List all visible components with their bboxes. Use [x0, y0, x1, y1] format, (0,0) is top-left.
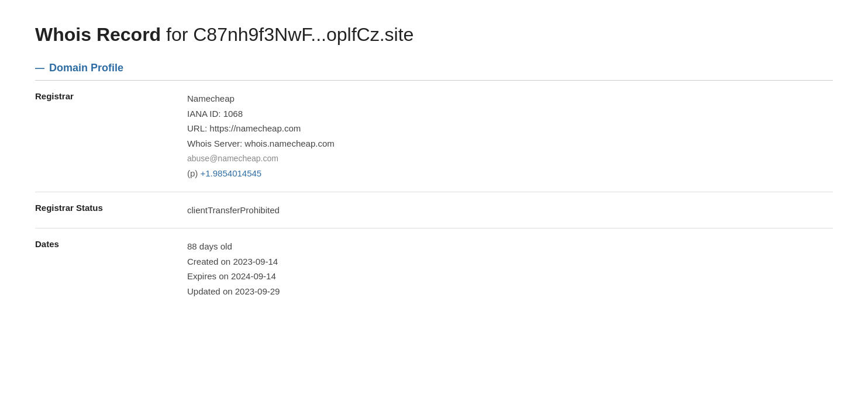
text-value: 88 days old — [187, 239, 824, 254]
text-value: clientTransferProhibited — [187, 203, 824, 218]
text-value: URL: https://namecheap.com — [187, 121, 824, 136]
profile-table: RegistrarNamecheapIANA ID: 1068URL: http… — [35, 81, 833, 309]
row-value: 88 days oldCreated on 2023-09-14Expires … — [187, 228, 833, 310]
text-value: Namecheap — [187, 91, 824, 106]
page-title: Whois Record for C87nh9f3NwF...oplfCz.si… — [35, 23, 833, 46]
row-value: clientTransferProhibited — [187, 192, 833, 228]
collapse-icon[interactable]: — — [35, 63, 44, 74]
table-row: Registrar StatusclientTransferProhibited — [35, 192, 833, 228]
row-label: Dates — [35, 228, 187, 310]
text-value: IANA ID: 1068 — [187, 106, 824, 122]
text-value: Whois Server: whois.namecheap.com — [187, 136, 824, 151]
text-value: Expires on 2024-09-14 — [187, 269, 824, 284]
title-domain: for C87nh9f3NwF...oplfCz.site — [161, 24, 414, 45]
row-label: Registrar Status — [35, 192, 187, 228]
text-value: Updated on 2023-09-29 — [187, 284, 824, 299]
section-header: — Domain Profile — [35, 62, 833, 80]
title-bold: Whois Record — [35, 24, 161, 45]
table-row: RegistrarNamecheapIANA ID: 1068URL: http… — [35, 81, 833, 192]
text-value: Created on 2023-09-14 — [187, 254, 824, 269]
row-value: NamecheapIANA ID: 1068URL: https://namec… — [187, 81, 833, 192]
table-row: Dates88 days oldCreated on 2023-09-14Exp… — [35, 228, 833, 310]
row-label: Registrar — [35, 81, 187, 192]
section-title: Domain Profile — [49, 62, 123, 74]
email-link[interactable]: abuse@namecheap.com — [187, 154, 278, 163]
phone-value: (p) +1.9854014545 — [187, 166, 824, 181]
